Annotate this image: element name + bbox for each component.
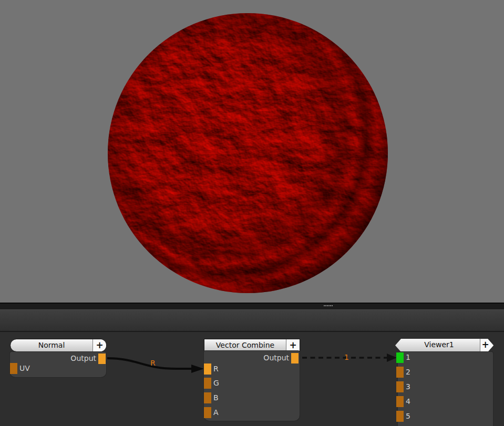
port-label: A (213, 407, 219, 418)
node-normal-body[interactable]: Output UV (10, 352, 106, 377)
port-label: 5 (406, 411, 410, 422)
port-label: G (213, 378, 219, 389)
node-viewer1-header[interactable]: Viewer1 + (395, 339, 493, 352)
node-title: Normal (11, 339, 92, 351)
port-label: 1 (406, 352, 410, 363)
add-input-button[interactable]: + (480, 339, 493, 352)
input-port-g[interactable] (204, 378, 211, 389)
wire-label-r: R (150, 359, 156, 367)
port-label: UV (19, 363, 30, 374)
output-port[interactable] (291, 353, 299, 363)
port-label: Output (70, 353, 96, 364)
port-label: B (213, 392, 219, 403)
nodegraph-panel-header (0, 309, 504, 331)
output-port[interactable] (98, 354, 106, 364)
add-output-button[interactable]: + (286, 339, 300, 351)
node-viewer1-body[interactable]: 1 2 3 4 5 (398, 352, 493, 426)
splitter-handle-icon (324, 305, 333, 306)
input-port-b[interactable] (204, 392, 211, 403)
port-label: 3 (406, 381, 410, 392)
pane-splitter[interactable] (0, 303, 504, 309)
render-sphere (0, 0, 504, 303)
input-port-3[interactable] (396, 381, 404, 392)
input-port-1[interactable] (396, 352, 404, 363)
wire-label-1: 1 (344, 354, 349, 361)
wire-normal-to-vectorcombine[interactable] (107, 358, 191, 369)
input-port-uv[interactable] (10, 363, 17, 374)
node-title: Vector Combine (204, 339, 286, 351)
app-window: R 1 Normal + Output UV Vector Combine + … (0, 0, 504, 426)
wire-arrowhead-icon (387, 354, 397, 362)
input-port-4[interactable] (396, 396, 404, 407)
input-port-2[interactable] (396, 367, 404, 378)
node-vectorcombine-body[interactable]: Output R G B A (204, 351, 300, 421)
port-label: 2 (406, 367, 410, 378)
port-label: R (213, 363, 219, 375)
node-title: Viewer1 (395, 339, 480, 352)
input-port-a[interactable] (204, 407, 211, 418)
node-normal-header[interactable]: Normal + (10, 339, 107, 352)
node-vectorcombine-header[interactable]: Vector Combine + (204, 339, 300, 352)
wire-arrowhead-icon (191, 365, 204, 373)
add-output-button[interactable]: + (92, 339, 106, 351)
input-port-r[interactable] (204, 363, 211, 375)
nodegraph-pane[interactable]: R 1 Normal + Output UV Vector Combine + … (0, 332, 504, 426)
port-label: 4 (406, 396, 410, 407)
viewer-pane[interactable] (0, 0, 504, 303)
input-port-5[interactable] (396, 411, 404, 422)
port-label: Output (263, 352, 289, 363)
